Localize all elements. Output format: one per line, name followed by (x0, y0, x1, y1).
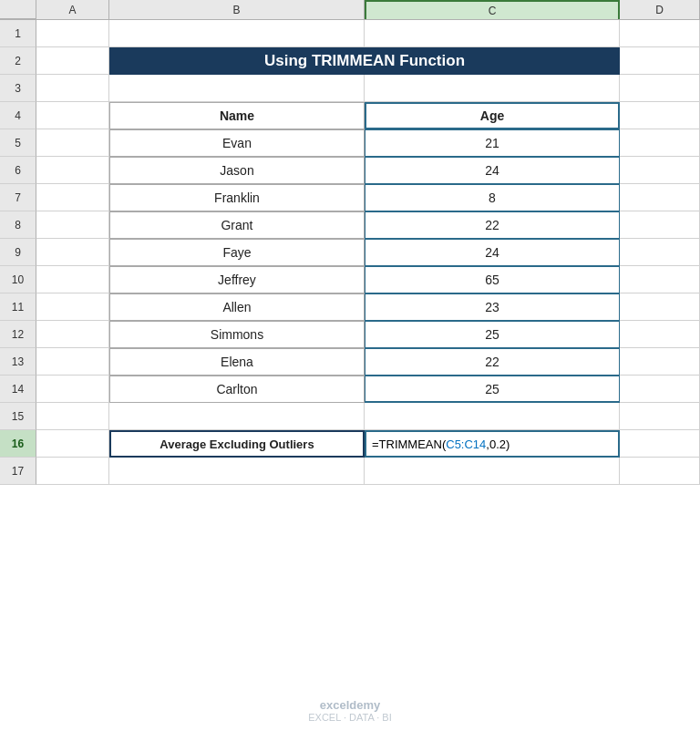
cell-d1[interactable] (620, 20, 700, 47)
row-14: 14 Carlton 25 (0, 376, 700, 403)
row-15: 15 (0, 403, 700, 430)
cell-d11[interactable] (620, 293, 700, 321)
cell-c8[interactable]: 22 (365, 211, 620, 239)
cell-b7[interactable]: Franklin (109, 184, 365, 211)
cell-a14[interactable] (36, 376, 109, 403)
cell-a11[interactable] (36, 293, 109, 321)
cell-b17[interactable] (109, 458, 365, 485)
cell-a6[interactable] (36, 157, 109, 184)
age-12: 25 (485, 327, 499, 342)
cell-c13[interactable]: 22 (365, 348, 620, 376)
cell-a4[interactable] (36, 102, 109, 129)
cell-d15[interactable] (620, 403, 700, 430)
cell-b3[interactable] (109, 75, 365, 102)
age-8: 22 (485, 218, 499, 232)
cell-b15[interactable] (109, 403, 365, 430)
cell-a12[interactable] (36, 321, 109, 348)
col-header-a: A (36, 0, 109, 19)
cell-d9[interactable] (620, 239, 700, 266)
formula-label-text: Average Excluding Outliers (160, 437, 314, 451)
cell-c14[interactable]: 25 (365, 376, 620, 403)
cell-b8[interactable]: Grant (109, 211, 365, 239)
cell-a9[interactable] (36, 239, 109, 266)
row-num-15: 15 (0, 403, 36, 430)
cell-a13[interactable] (36, 348, 109, 376)
formula-ref: C5:C14 (446, 437, 486, 451)
cell-a10[interactable] (36, 266, 109, 293)
cell-c11[interactable]: 23 (365, 293, 620, 321)
cell-c6[interactable]: 24 (365, 157, 620, 184)
cell-c17[interactable] (365, 458, 620, 485)
cell-a15[interactable] (36, 403, 109, 430)
cell-c9[interactable]: 24 (365, 239, 620, 266)
cell-b6[interactable]: Jason (109, 157, 365, 184)
cell-c10[interactable]: 65 (365, 266, 620, 293)
title-cell: Using TRIMMEAN Function (109, 47, 620, 75)
cell-a1[interactable] (36, 20, 109, 47)
name-11: Allen (222, 300, 251, 314)
cell-b12[interactable]: Simmons (109, 321, 365, 348)
row-6: 6 Jason 24 (0, 157, 700, 184)
cell-b5[interactable]: Evan (109, 129, 365, 157)
cell-d10[interactable] (620, 266, 700, 293)
cell-d2[interactable] (620, 47, 700, 75)
cell-a5[interactable] (36, 129, 109, 157)
column-headers: A B C D (0, 0, 700, 20)
row-num-12: 12 (0, 321, 36, 348)
cell-b10[interactable]: Jeffrey (109, 266, 365, 293)
cell-d8[interactable] (620, 211, 700, 239)
name-6: Jason (220, 163, 253, 178)
cell-d17[interactable] (620, 458, 700, 485)
col-header-b: B (109, 0, 365, 19)
row-num-3: 3 (0, 75, 36, 102)
spreadsheet: A B C D 1 2 Using TRIMMEAN Function 3 (0, 0, 700, 741)
row-1: 1 (0, 20, 700, 47)
cell-b14[interactable]: Carlton (109, 376, 365, 403)
cell-b9[interactable]: Faye (109, 239, 365, 266)
age-13: 22 (485, 355, 499, 369)
cell-d13[interactable] (620, 348, 700, 376)
cell-c12[interactable]: 25 (365, 321, 620, 348)
cell-c7[interactable]: 8 (365, 184, 620, 211)
cell-b11[interactable]: Allen (109, 293, 365, 321)
cell-a7[interactable] (36, 184, 109, 211)
name-8: Grant (221, 218, 252, 232)
name-9: Faye (222, 245, 251, 260)
row-17: 17 (0, 458, 700, 485)
age-7: 8 (489, 190, 496, 205)
cell-c15[interactable] (365, 403, 620, 430)
cell-d12[interactable] (620, 321, 700, 348)
cell-d16[interactable] (620, 430, 700, 458)
grid: 1 2 Using TRIMMEAN Function 3 4 (0, 20, 700, 741)
age-14: 25 (485, 382, 499, 396)
cell-b13[interactable]: Elena (109, 348, 365, 376)
cell-d4[interactable] (620, 102, 700, 129)
row-num-17: 17 (0, 458, 36, 485)
formula-value-cell[interactable]: =TRIMMEAN(C5:C14,0.2) (365, 430, 620, 458)
header-age-text: Age (480, 108, 504, 123)
cell-a2[interactable] (36, 47, 109, 75)
name-5: Evan (222, 136, 252, 150)
cell-c3[interactable] (365, 75, 620, 102)
row-16: 16 Average Excluding Outliers =TRIMMEAN(… (0, 430, 700, 458)
cell-b1[interactable] (109, 20, 365, 47)
cell-d14[interactable] (620, 376, 700, 403)
row-10: 10 Jeffrey 65 (0, 266, 700, 293)
cell-c5[interactable]: 21 (365, 129, 620, 157)
title-text: Using TRIMMEAN Function (264, 52, 465, 70)
cell-a16[interactable] (36, 430, 109, 458)
row-8: 8 Grant 22 (0, 211, 700, 239)
header-age: Age (365, 102, 620, 129)
cell-d5[interactable] (620, 129, 700, 157)
age-9: 24 (485, 245, 499, 260)
cell-c1[interactable] (365, 20, 620, 47)
cell-d6[interactable] (620, 157, 700, 184)
row-5: 5 Evan 21 (0, 129, 700, 157)
cell-d7[interactable] (620, 184, 700, 211)
cell-a3[interactable] (36, 75, 109, 102)
row-3: 3 (0, 75, 700, 102)
cell-a17[interactable] (36, 458, 109, 485)
col-header-d: D (620, 0, 700, 19)
cell-a8[interactable] (36, 211, 109, 239)
cell-d3[interactable] (620, 75, 700, 102)
